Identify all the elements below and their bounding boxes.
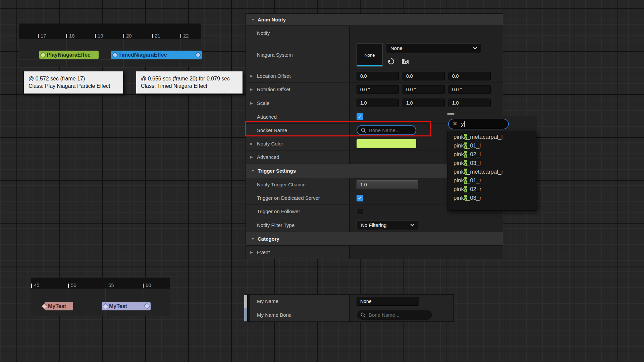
row-location-offset: ▶ Location Offset 0.0 0.0 0.0 bbox=[246, 69, 503, 83]
row-notify-filter-type: Notify Filter Type No Filtering bbox=[246, 218, 503, 232]
tooltip-time-line: @ 0.656 sec (frame 20) for 0.079 sec bbox=[141, 75, 238, 82]
attached-checkbox[interactable]: ✓ bbox=[357, 113, 363, 120]
timeline-ruler-top[interactable]: 17 18 19 20 21 22 bbox=[19, 24, 201, 39]
rotation-y-field[interactable]: 0.0 ° bbox=[402, 85, 445, 94]
notify-tooltip-play: @ 0.572 sec (frame 17) Class: Play Niaga… bbox=[23, 71, 123, 94]
bone-search-input[interactable]: × y bbox=[448, 119, 509, 129]
expand-triangle-icon[interactable]: ▶ bbox=[250, 74, 253, 78]
panel-scrollbar[interactable] bbox=[244, 295, 247, 321]
check-icon: ✓ bbox=[358, 114, 362, 120]
notify-track-lane-bottom[interactable]: MyTest MyTest bbox=[31, 288, 170, 316]
notify-marker-timed-niagara[interactable]: TimedNiagaraEffec bbox=[111, 51, 202, 59]
anim-graph-canvas[interactable]: 17 18 19 20 21 22 PlayNiagaraEffec Timed… bbox=[0, 0, 644, 362]
location-z-field[interactable]: 0.0 bbox=[448, 72, 491, 80]
expand-triangle-icon[interactable]: ▶ bbox=[250, 155, 253, 159]
row-niagara-system: Niagara System None None bbox=[246, 40, 503, 69]
my-name-field[interactable]: None bbox=[357, 297, 419, 306]
my-name-bone-search-input[interactable]: Bone Name... bbox=[357, 310, 432, 320]
timeline-ruler-bottom[interactable]: 45 50 55 60 bbox=[31, 278, 170, 289]
row-scale: ▶ Scale 1.0 1.0 1.0 bbox=[246, 96, 503, 110]
notify-track-top: 17 18 19 20 21 22 PlayNiagaraEffec Timed… bbox=[19, 23, 201, 67]
rotation-z-field[interactable]: 0.0 ° bbox=[448, 85, 491, 94]
notify-track-lane-top[interactable]: PlayNiagaraEffec TimedNiagaraEffec bbox=[19, 39, 201, 67]
row-event: ▶ Event bbox=[246, 246, 503, 259]
tooltip-class-line: Class: Timed Niagara Effect bbox=[141, 82, 238, 90]
follower-checkbox[interactable] bbox=[357, 208, 363, 215]
collapse-triangle-icon[interactable]: ▼ bbox=[251, 169, 255, 173]
notify-diamond-icon[interactable] bbox=[112, 52, 118, 58]
location-x-field[interactable]: 0.0 bbox=[357, 72, 399, 80]
notify-filter-type-combo[interactable]: No Filtering bbox=[357, 220, 418, 230]
dedicated-server-checkbox[interactable]: ✓ bbox=[357, 195, 363, 201]
text-caret bbox=[464, 121, 465, 127]
check-icon: ✓ bbox=[358, 195, 362, 201]
expand-triangle-icon[interactable]: ▶ bbox=[250, 142, 253, 145]
scale-x-field[interactable]: 1.0 bbox=[357, 99, 399, 107]
niagara-asset-combo[interactable]: None bbox=[386, 43, 481, 53]
bottom-property-panel: My Name None My Name Bone Bone Name... bbox=[244, 294, 454, 322]
trigger-chance-field[interactable]: 1.0 bbox=[357, 180, 418, 189]
chevron-down-icon bbox=[473, 47, 477, 50]
use-selected-asset-button[interactable] bbox=[387, 57, 395, 66]
collapse-triangle-icon[interactable]: ▼ bbox=[251, 237, 255, 241]
notify-marker-mytest-2[interactable]: MyTest bbox=[102, 302, 151, 310]
collapse-triangle-icon[interactable]: ▼ bbox=[251, 18, 255, 21]
bone-suggestion-item[interactable]: pinky_metacarpal_l bbox=[447, 133, 536, 141]
scale-y-field[interactable]: 1.0 bbox=[402, 99, 445, 107]
bone-suggestion-item[interactable]: pinky_03_r bbox=[447, 194, 536, 202]
bone-suggestion-item[interactable]: pinky_01_l bbox=[447, 141, 536, 150]
notify-marker-mytest-1[interactable]: MyTest bbox=[45, 302, 73, 310]
expand-triangle-icon[interactable]: ▶ bbox=[250, 87, 253, 91]
use-selected-asset-icon bbox=[387, 57, 395, 65]
section-header-category[interactable]: ▼ Category bbox=[246, 232, 503, 246]
clear-search-icon[interactable]: × bbox=[453, 120, 457, 127]
row-my-name: My Name None bbox=[250, 295, 453, 308]
bone-suggestion-item[interactable]: pinky_02_l bbox=[447, 150, 536, 159]
scale-z-field[interactable]: 1.0 bbox=[448, 99, 491, 107]
notify-diamond-icon[interactable] bbox=[40, 52, 46, 58]
notify-tooltip-timed: @ 0.656 sec (frame 20) for 0.079 sec Cla… bbox=[136, 71, 243, 94]
chevron-down-icon bbox=[410, 224, 415, 227]
notify-track-bottom: 45 50 55 60 MyTest MyTest bbox=[31, 278, 170, 316]
notify-end-diamond-icon[interactable] bbox=[195, 52, 201, 58]
niagara-asset-thumbnail[interactable]: None bbox=[357, 43, 383, 67]
expand-triangle-icon[interactable]: ▶ bbox=[250, 101, 253, 105]
notify-diamond-icon[interactable] bbox=[102, 303, 108, 309]
bone-suggestion-list[interactable]: pinky_metacarpal_lpinky_01_lpinky_02_lpi… bbox=[447, 131, 536, 210]
socket-name-highlight-box bbox=[245, 121, 431, 136]
bone-suggestion-item[interactable]: pinky_metacarpal_r bbox=[447, 168, 536, 176]
notify-marker-play-niagara[interactable]: PlayNiagaraEffec bbox=[39, 51, 99, 59]
thumbnail-underline bbox=[357, 65, 382, 66]
expand-triangle-icon[interactable]: ▶ bbox=[250, 250, 253, 254]
row-my-name-bone: My Name Bone Bone Name... bbox=[250, 308, 453, 322]
bone-suggestion-item[interactable]: pinky_01_r bbox=[447, 176, 536, 185]
row-notify: Notify bbox=[246, 26, 503, 40]
notify-color-swatch[interactable] bbox=[357, 139, 416, 148]
notify-end-diamond-icon[interactable] bbox=[144, 303, 150, 309]
popup-grip bbox=[447, 113, 454, 115]
folder-search-icon bbox=[401, 57, 409, 65]
tooltip-time-line: @ 0.572 sec (frame 17) bbox=[29, 75, 118, 82]
search-query-text: y bbox=[461, 121, 464, 127]
rotation-x-field[interactable]: 0.0 ° bbox=[357, 85, 399, 94]
section-header-anim-notify[interactable]: ▼ Anim Notify bbox=[246, 14, 503, 26]
location-y-field[interactable]: 0.0 bbox=[402, 72, 445, 80]
bone-suggestion-item[interactable]: pinky_02_r bbox=[447, 185, 536, 194]
search-icon bbox=[360, 312, 366, 318]
notify-diamond-icon[interactable] bbox=[41, 303, 47, 309]
row-rotation-offset: ▶ Rotation Offset 0.0 ° 0.0 ° 0.0 ° bbox=[246, 83, 503, 96]
tooltip-class-line: Class: Play Niagara Particle Effect bbox=[29, 82, 118, 90]
browse-to-asset-button[interactable] bbox=[401, 57, 410, 66]
bone-suggestion-item[interactable]: pinky_03_l bbox=[447, 159, 536, 168]
